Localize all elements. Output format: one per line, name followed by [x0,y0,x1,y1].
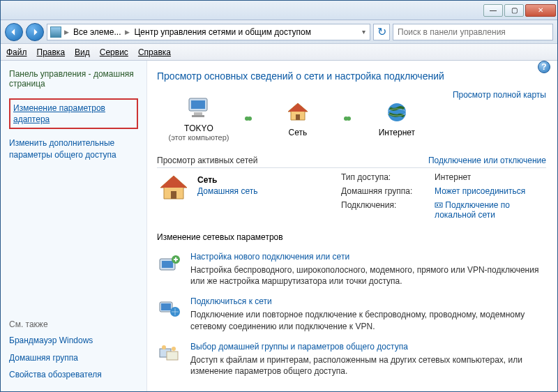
task-desc: Доступ к файлам и принтерам, расположенн… [190,354,546,377]
svg-rect-1 [191,100,205,109]
search-input[interactable] [393,24,553,40]
advanced-sharing-link[interactable]: Изменить дополнительные параметры общего… [9,137,138,160]
task-connect-network: Подключиться к сети Подключение или повт… [157,296,546,331]
svg-rect-3 [192,115,204,117]
homegroup-link[interactable]: Домашняя группа [9,352,138,363]
svg-point-19 [162,345,166,349]
menu-tools[interactable]: Сервис [100,47,128,57]
control-panel-icon [50,27,61,38]
map-link-line [248,118,249,119]
menu-view[interactable]: Вид [75,47,90,57]
svg-rect-15 [161,303,171,310]
see-also: См. также Брандмауэр Windows Домашняя гр… [9,319,138,383]
navbar: ▶ Все элеме... ▶ Центр управления сетями… [1,20,557,44]
sidebar-heading: Панель управления - домашняя страница [9,69,138,89]
prop-val-access: Интернет [435,172,546,182]
computer-icon [186,96,211,121]
task-desc: Подключение или повторное подключение к … [190,309,546,331]
refresh-button[interactable]: ↻ [373,24,390,40]
help-icon[interactable]: ? [538,61,550,73]
sidebar: Панель управления - домашняя страница Из… [1,61,147,391]
firewall-link[interactable]: Брандмауэр Windows [9,335,138,346]
menu-file[interactable]: Файл [6,47,27,57]
svg-rect-12 [162,261,173,268]
window: — ▢ ✕ ▶ Все элеме... ▶ Центр управления … [0,0,558,392]
house-icon [285,100,310,125]
svg-rect-4 [296,114,300,120]
map-label: TOKYO [184,123,213,133]
menu-edit[interactable]: Правка [37,47,66,57]
task-desc: Настройка беспроводного, широкополосного… [190,264,546,287]
globe-icon [384,100,409,125]
house-icon [157,172,190,203]
task-title-link[interactable]: Подключиться к сети [190,296,546,306]
lan-icon [435,201,443,209]
network-map: TOKYO (этот компьютер) Сеть [157,96,439,142]
new-connection-icon [157,252,182,277]
close-button[interactable]: ✕ [525,4,556,17]
menu-help[interactable]: Справка [138,47,171,57]
svg-point-20 [172,347,176,351]
connect-network-icon [157,296,182,322]
adapter-settings-link[interactable]: Изменение параметров адаптера [9,98,138,129]
chevron-right-icon: ▶ [63,29,70,36]
map-node-network: Сеть [256,100,340,137]
svg-rect-10 [439,204,441,206]
task-new-connection: Настройка нового подключения или сети На… [157,252,546,287]
titlebar: — ▢ ✕ [1,1,557,20]
task-homegroup-sharing: Выбор домашней группы и параметров общег… [157,342,546,377]
svg-rect-18 [167,352,178,360]
forward-button[interactable] [26,23,44,41]
prop-key-connections: Подключения: [341,200,425,220]
svg-point-5 [388,103,406,121]
svg-rect-7 [171,191,176,199]
task-title-link[interactable]: Настройка нового подключения или сети [190,252,546,262]
breadcrumb[interactable]: ▶ Все элеме... ▶ Центр управления сетями… [47,24,370,40]
connect-disconnect-link[interactable]: Подключение или отключение [428,156,546,165]
internet-options-link[interactable]: Свойства обозревателя [9,369,138,380]
minimize-button[interactable]: — [483,4,503,17]
breadcrumb-segment[interactable]: Все элеме... [72,27,122,37]
active-network-block: Сеть Домашняя сеть Тип доступа: Интернет… [157,172,546,220]
see-also-heading: См. также [9,319,138,329]
section-head-active-networks: Просмотр активных сетей Подключение или … [157,156,546,168]
main-content: Просмотр основных сведений о сети и наст… [147,61,557,391]
network-name: Сеть [197,175,257,185]
dropdown-icon[interactable]: ▾ [361,28,367,36]
body: Панель управления - домашняя страница Из… [1,61,557,391]
back-button[interactable] [5,23,23,41]
svg-rect-8 [435,203,442,207]
homegroup-icon [157,342,182,367]
map-label: Интернет [379,128,415,137]
prop-val-connection-link[interactable]: Подключение по локальной сети [435,200,546,220]
breadcrumb-segment[interactable]: Центр управления сетями и общим доступом [133,27,312,37]
maximize-button[interactable]: ▢ [504,4,524,17]
prop-key-access: Тип доступа: [341,172,425,182]
map-link-line [347,118,348,119]
network-type-link[interactable]: Домашняя сеть [197,186,257,196]
task-title-link[interactable]: Выбор домашней группы и параметров общег… [190,342,546,352]
menubar: Файл Правка Вид Сервис Справка [1,44,557,61]
page-title: Просмотр основных сведений о сети и наст… [157,70,546,82]
section-title: Просмотр активных сетей [157,156,257,165]
map-node-internet: Интернет [355,100,439,137]
map-node-computer: TOKYO (этот компьютер) [157,96,241,142]
svg-rect-9 [437,204,438,206]
map-label: Сеть [289,128,308,137]
svg-rect-2 [194,112,202,115]
full-map-link[interactable]: Просмотр полной карты [453,90,546,100]
section-head-change-params: Изменение сетевых параметров [157,232,546,242]
chevron-right-icon: ▶ [123,29,131,36]
map-sublabel: (этот компьютер) [168,133,229,142]
prop-key-homegroup: Домашняя группа: [341,186,425,196]
prop-val-homegroup-link[interactable]: Может присоединиться [435,186,546,196]
network-properties: Тип доступа: Интернет Домашняя группа: М… [341,172,546,220]
